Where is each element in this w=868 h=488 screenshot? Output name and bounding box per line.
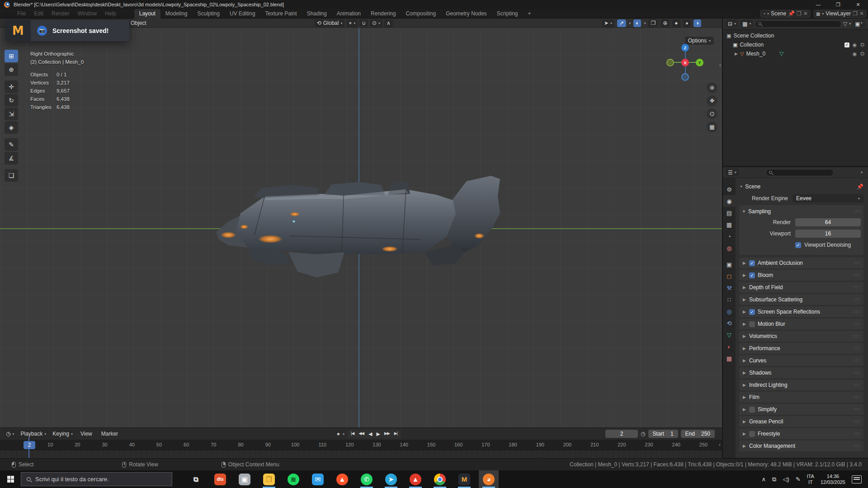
properties-tab-modifiers[interactable]: ⚒ <box>723 282 736 294</box>
selectability-dropdown[interactable]: ➤▾ <box>602 19 614 27</box>
outliner-row-collection[interactable]: ▣ Collection ✓ ◉ ⏣ <box>723 40 868 49</box>
tool-cursor[interactable]: ⊕ <box>5 63 18 76</box>
workspace-tab[interactable]: UV Editing <box>225 9 260 19</box>
mode-dropdown[interactable]: Object <box>131 20 146 26</box>
taskbar-app-file-explorer[interactable]: ❒ <box>259 470 279 488</box>
eye-icon[interactable]: ◉ <box>853 42 857 48</box>
menu-item[interactable]: Help <box>105 10 116 17</box>
section-color-management[interactable]: ▶Color Management∷∷ <box>739 441 863 451</box>
workspace-tab[interactable]: Animation <box>332 9 366 19</box>
outliner-row-mesh[interactable]: ▶ ▽ Mesh_0 ▽ ◉ ⏣ <box>723 49 868 58</box>
properties-tab-material[interactable]: ◐ <box>723 341 736 352</box>
outliner-display-mode-dropdown[interactable]: ⊟▾ <box>726 20 738 28</box>
start-button[interactable] <box>0 470 21 488</box>
taskbar-app-blender[interactable]: ◕ <box>479 470 499 488</box>
drag-dots-icon[interactable]: ∷∷ <box>854 285 860 290</box>
properties-tab-constraints[interactable]: ⟲ <box>723 317 736 329</box>
spaceship-model[interactable] <box>199 168 515 317</box>
drag-dots-icon[interactable]: ∷∷ <box>854 261 860 265</box>
drag-dots-icon[interactable]: ∷∷ <box>854 346 860 351</box>
section-bloom[interactable]: ▶✓Bloom∷∷ <box>739 270 863 281</box>
volume-icon[interactable]: ◁) <box>783 476 789 483</box>
taskbar-search-input[interactable]: Scrivi qui il testo da cercare. <box>21 472 172 486</box>
workspace-tab[interactable]: Layout <box>134 9 160 19</box>
language-indicator[interactable]: ITAIT <box>807 474 814 485</box>
section-shadows[interactable]: ▶Shadows∷∷ <box>739 367 863 378</box>
taskbar-app-whatsapp[interactable]: ✆ <box>357 470 377 488</box>
properties-options-dropdown[interactable]: ▾ <box>861 170 863 174</box>
tool-move[interactable]: ✛ <box>5 80 18 93</box>
viewport-denoising-checkbox[interactable]: ✓ <box>795 242 801 248</box>
drag-dots-icon[interactable]: ∷∷ <box>854 358 860 363</box>
properties-tab-world[interactable]: ◍ <box>723 242 736 254</box>
timeline-editor-type-dropdown[interactable]: ◷▾ <box>4 430 17 438</box>
auto-key-dropdown[interactable]: ▾ <box>343 432 344 436</box>
view-layer-selector[interactable]: ▦ ▾ ViewLayer ❐ ✕ <box>814 10 866 18</box>
section-film[interactable]: ▶Film∷∷ <box>739 392 863 403</box>
section-curves[interactable]: ▶Curves∷∷ <box>739 355 863 366</box>
section-simplify[interactable]: ▶Simplify∷∷ <box>739 404 863 415</box>
screenshot-toast[interactable]: M 📷 Screenshot saved! <box>5 20 129 41</box>
section-checkbox[interactable]: ✓ <box>749 309 755 315</box>
keyframe-strip[interactable] <box>0 450 722 458</box>
taskbar-app-installer[interactable]: ▣ <box>235 470 255 488</box>
camera-render-icon[interactable]: ⏣ <box>860 51 864 57</box>
timeline-collapse-arrow[interactable]: ‹ <box>719 441 721 448</box>
scene-selector[interactable]: ◔ ▾ Scene 📌 ❐ ✕ <box>760 10 810 18</box>
sidebar-collapse-arrow[interactable]: ‹ <box>719 62 721 68</box>
properties-tab-tool[interactable]: ⚙ <box>723 183 736 195</box>
workspace-tab[interactable]: Geometry Nodes <box>441 9 492 19</box>
xray-toggle[interactable]: ❐ <box>648 19 658 27</box>
drag-dots-icon[interactable]: ∷∷ <box>854 432 860 436</box>
menu-item[interactable]: Render <box>52 10 69 17</box>
render-engine-dropdown[interactable]: Eevee ▾ <box>793 194 863 202</box>
nav-camera-view-button[interactable]: ⌬ <box>707 108 717 119</box>
menu-item[interactable]: Edit <box>34 10 43 17</box>
filter-icon[interactable]: ▽ <box>843 21 847 27</box>
section-freestyle[interactable]: ▶Freestyle∷∷ <box>739 428 863 439</box>
taskbar-app-chrome[interactable] <box>430 470 450 488</box>
properties-tab-output[interactable]: ▤ <box>723 207 736 219</box>
sampling-title[interactable]: Sampling <box>748 208 771 215</box>
properties-tab-data[interactable]: ▽ <box>723 329 736 341</box>
jump-start-button[interactable]: |◀ <box>349 431 356 437</box>
eye-icon[interactable]: ◉ <box>853 51 857 57</box>
taskbar-app-mail[interactable]: ✉ <box>308 470 328 488</box>
drag-dots-icon[interactable]: ∷∷ <box>854 297 860 302</box>
stopwatch-icon[interactable]: ◷ <box>641 431 645 437</box>
overlays-toggle[interactable]: ◐ <box>633 19 641 27</box>
properties-tab-collection[interactable]: ▣ <box>723 258 736 270</box>
hidden-icons-chevron[interactable]: ∧ <box>762 476 766 483</box>
properties-tab-particles[interactable]: ∷ <box>723 294 736 305</box>
snap-dropdown[interactable]: ⌖▾ <box>346 19 358 27</box>
nav-pan-hand-button[interactable]: ✥ <box>707 95 717 106</box>
options-button[interactable]: Options ▾ <box>685 37 714 45</box>
drag-dots-icon[interactable]: ∷∷ <box>854 273 860 277</box>
viewport-3d[interactable]: Right Orthographic (2) Collection | Mesh… <box>0 28 722 427</box>
properties-tab-texture[interactable]: ▩ <box>723 352 736 364</box>
workspace-tab[interactable]: Compositing <box>401 9 441 19</box>
taskbar-app-brave[interactable]: ▲ <box>332 470 352 488</box>
section-grease-pencil[interactable]: ▶Grease Pencil∷∷ <box>739 416 863 427</box>
tool-rotate[interactable]: ↻ <box>5 94 18 107</box>
copy-icon[interactable]: ❐ <box>797 10 802 17</box>
proportional-edit-dropdown[interactable]: ⊙▾ <box>370 19 382 27</box>
copy-icon[interactable]: ❐ <box>853 10 858 17</box>
workspace-tab[interactable]: + <box>523 9 536 19</box>
clock[interactable]: 14:3612/03/2025 <box>821 474 845 485</box>
display-icon[interactable]: ⧉ <box>772 476 776 483</box>
section-volumetrics[interactable]: ▶Volumetrics∷∷ <box>739 331 863 342</box>
section-checkbox[interactable]: ✓ <box>749 272 755 278</box>
section-ambient-occlusion[interactable]: ▶✓Ambient Occlusion∷∷ <box>739 258 863 268</box>
workspace-tab[interactable]: Sculpting <box>193 9 225 19</box>
tool-transform[interactable]: ◈ <box>5 121 18 134</box>
drag-dots-icon[interactable]: ∷∷ <box>854 383 860 387</box>
taskbar-app-spotify[interactable]: ≋ <box>283 470 303 488</box>
properties-tab-scene[interactable]: ◔ <box>723 230 736 242</box>
section-screen-space-reflections[interactable]: ▶✓Screen Space Reflections∷∷ <box>739 306 863 317</box>
taskbar-app-gmail[interactable]: M <box>454 470 474 488</box>
section-subsurface-scattering[interactable]: ▶Subsurface Scattering∷∷ <box>739 294 863 305</box>
outliner-search-input[interactable] <box>755 20 841 28</box>
tool-annotate[interactable]: ✎ <box>5 138 18 151</box>
menu-item[interactable]: Window <box>77 10 97 17</box>
